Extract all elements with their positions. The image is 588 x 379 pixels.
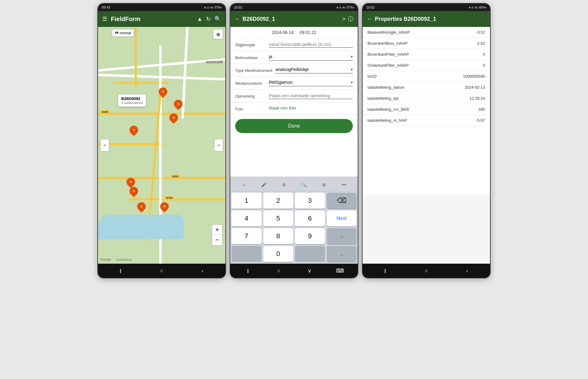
nav-arrow-icon[interactable]: ▲ xyxy=(197,16,202,22)
popup-title: B26D0092 xyxy=(121,96,143,101)
key-9[interactable]: 9 xyxy=(295,228,325,244)
kb-more-btn[interactable]: ••• xyxy=(338,180,350,190)
bottom-nav-3: ⫿ ○ ‹ xyxy=(363,264,490,278)
key-1[interactable]: 1 xyxy=(232,193,262,209)
form-date: 2024-06-14 xyxy=(272,30,294,35)
key-0[interactable]: 0 xyxy=(263,246,293,262)
marker-3[interactable] xyxy=(168,113,179,123)
properties-list: MaaiveldHoogte_mNAP -3.52 BovenkantBuis_… xyxy=(363,27,490,195)
prop-value-8: -5.67 xyxy=(476,118,485,123)
field-meetprocedure: Meetprocedure RWSgwmon ▾ xyxy=(230,77,358,90)
marker-1[interactable] xyxy=(158,87,168,97)
done-button[interactable]: Done xyxy=(235,119,353,133)
label-meetprocedure: Meetprocedure xyxy=(235,80,266,86)
kb-settings-btn[interactable]: ⚙ xyxy=(278,180,290,190)
nav-back[interactable]: ‹ xyxy=(196,266,209,275)
search-icon[interactable]: 🔍 xyxy=(214,16,221,22)
map-type-button[interactable]: 🗺 normal xyxy=(112,29,134,37)
marker-6[interactable] xyxy=(129,186,139,196)
keyboard-row-1: 1 2 3 ⌫ xyxy=(232,193,356,209)
map-container[interactable]: Ad N305 N305 N301 N709 HORSTERP xyxy=(98,27,225,264)
water xyxy=(98,215,184,239)
key-3[interactable]: 3 xyxy=(295,193,325,209)
prop-key-0: MaaiveldHoogte_mNAP xyxy=(368,30,410,35)
status-bar-2: 10:01 ♦ ⊙ ≋ᵢₗ 57%▪ xyxy=(230,4,358,11)
select-meetprocedure-value: RWSgwmon xyxy=(269,80,293,85)
info-icon[interactable]: ⓘ xyxy=(348,15,353,23)
key-5[interactable]: 5 xyxy=(263,210,293,226)
prop-key-6: laatsteMeting_tijd xyxy=(368,96,398,101)
property-row-1: BovenkantBuis_mNAP -2.82 xyxy=(363,38,490,49)
key-comma[interactable]: , xyxy=(327,246,357,262)
marker-8[interactable] xyxy=(159,201,170,212)
refresh-icon[interactable]: ↻ xyxy=(206,16,211,22)
key-8[interactable]: 8 xyxy=(263,228,293,244)
nav-back-3[interactable]: ‹ xyxy=(461,266,473,275)
nav-home[interactable]: ○ xyxy=(156,266,168,275)
marker-2[interactable] xyxy=(173,99,183,109)
property-row-3: OnderkantFilter_mNAP 0 xyxy=(363,60,490,71)
key-6[interactable]: 6 xyxy=(295,210,325,226)
prop-key-7: laatsteMeting_cm_BKB xyxy=(368,107,409,112)
input-opmerking[interactable] xyxy=(269,93,353,99)
select-betrouwbaar[interactable]: ja ▾ xyxy=(269,54,353,61)
key-dot-dash[interactable]: .- xyxy=(327,228,357,244)
keyboard-rows: 1 2 3 ⌫ 4 5 6 Next 7 8 9 .- 0 xyxy=(232,193,356,262)
nav-home-3[interactable]: ○ xyxy=(420,266,432,275)
nav-recent-apps[interactable]: ⫿ xyxy=(115,266,127,275)
key-backspace[interactable]: ⌫ xyxy=(327,193,357,209)
input-stijghoogte[interactable] xyxy=(269,41,353,48)
foto-button[interactable]: Maak een foto xyxy=(269,106,296,110)
kb-emoji-btn[interactable]: ☺ xyxy=(238,180,250,190)
status-bar-1: 09:43 ♦ ⊙ ≋ᵢₗ 57%▪ xyxy=(98,4,225,11)
map-nav-right[interactable]: > xyxy=(214,139,223,151)
zoom-in-button[interactable]: + xyxy=(212,225,222,235)
prop-value-7: 285 xyxy=(478,107,485,112)
property-row-6: laatsteMeting_tijd 12:35:24 xyxy=(363,93,490,104)
label-type-meetinstrument: Type Meetinstrument xyxy=(235,67,272,73)
form-content: 2024-06-14 09:01:22 Stijghoogte Betrouwb… xyxy=(230,27,358,176)
screen3-title: Properties B26D0092_1 xyxy=(375,16,486,22)
key-2[interactable]: 2 xyxy=(263,193,293,209)
nav-down-2[interactable]: ∨ xyxy=(303,266,315,275)
prop-key-4: locID xyxy=(368,74,377,79)
marker-7[interactable] xyxy=(136,201,147,212)
key-next[interactable]: Next xyxy=(327,210,357,226)
road-label-n301: N301 xyxy=(171,175,180,178)
marker-5[interactable] xyxy=(126,177,136,187)
label-foto: Foto xyxy=(235,106,266,111)
form-time: 09:01:22 xyxy=(300,30,316,35)
menu-icon[interactable]: ☰ xyxy=(102,16,107,22)
marker-4[interactable] xyxy=(129,125,139,135)
kb-search-btn[interactable]: 🔍 xyxy=(298,180,310,190)
form-datetime: 2024-06-14 09:01:22 xyxy=(230,27,358,38)
google-logo: Google xyxy=(100,258,111,261)
nav-keyboard-2[interactable]: ⌨ xyxy=(334,266,346,275)
back-icon-3[interactable]: ← xyxy=(367,16,372,22)
select-type-meetinstrument[interactable]: analoogPeilklokje ▾ xyxy=(275,67,353,73)
road-yellow5 xyxy=(129,198,225,200)
bottom-nav-1: ⫿ ○ ‹ xyxy=(98,264,225,278)
select-meetprocedure[interactable]: RWSgwmon ▾ xyxy=(269,80,353,86)
nav-recent-apps-3[interactable]: ⫿ xyxy=(379,266,392,275)
key-4[interactable]: 4 xyxy=(232,210,262,226)
screen2-phone: 10:01 ♦ ⊙ ≋ᵢₗ 57%▪ ← B26D0092_1 > ⓘ 2024… xyxy=(230,3,358,278)
kb-mic-btn[interactable]: 🎤 xyxy=(258,180,270,190)
map-nav-left[interactable]: < xyxy=(100,139,109,151)
nav-home-2[interactable]: ○ xyxy=(273,266,285,275)
back-icon-2[interactable]: ← xyxy=(235,16,240,22)
forward-icon[interactable]: > xyxy=(342,16,345,22)
key-7[interactable]: 7 xyxy=(232,228,262,244)
dropdown-arrow-type: ▾ xyxy=(351,67,353,72)
zoom-out-button[interactable]: − xyxy=(212,235,222,245)
field-betrouwbaar: Betrouwbaar ja ▾ xyxy=(230,51,358,64)
kb-clipboard-btn[interactable]: ⊞ xyxy=(318,180,330,190)
dropdown-arrow-meetprocedure: ▾ xyxy=(351,80,353,85)
map-popup[interactable]: B26D0092 3 sublocations xyxy=(118,94,146,107)
field-type-meetinstrument: Type Meetinstrument analoogPeilklokje ▾ xyxy=(230,64,358,77)
status-time-3: 10:52 xyxy=(366,6,375,9)
nav-recent-apps-2[interactable]: ⫿ xyxy=(242,266,254,275)
prop-value-3: 0 xyxy=(483,63,485,68)
label-betrouwbaar: Betrouwbaar xyxy=(235,54,266,60)
gps-button[interactable]: ⊕ xyxy=(213,29,223,39)
